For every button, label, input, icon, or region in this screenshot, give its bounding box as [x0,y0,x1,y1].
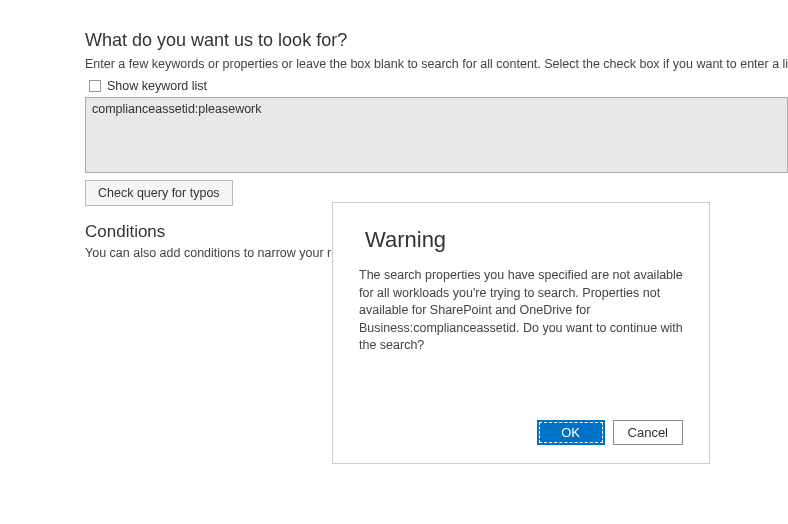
dialog-button-row: OK Cancel [359,420,683,445]
show-keyword-list-label: Show keyword list [107,79,207,93]
check-query-typos-button[interactable]: Check query for typos [85,180,233,206]
dialog-title: Warning [359,227,683,253]
show-keyword-list-row[interactable]: Show keyword list [85,79,788,93]
show-keyword-list-checkbox[interactable] [89,80,101,92]
cancel-button[interactable]: Cancel [613,420,683,445]
search-heading: What do you want us to look for? [85,30,788,51]
warning-dialog: Warning The search properties you have s… [332,202,710,464]
ok-button[interactable]: OK [537,420,605,445]
query-input[interactable] [85,97,788,173]
search-subtext: Enter a few keywords or properties or le… [85,57,788,71]
dialog-body: The search properties you have specified… [359,267,683,410]
